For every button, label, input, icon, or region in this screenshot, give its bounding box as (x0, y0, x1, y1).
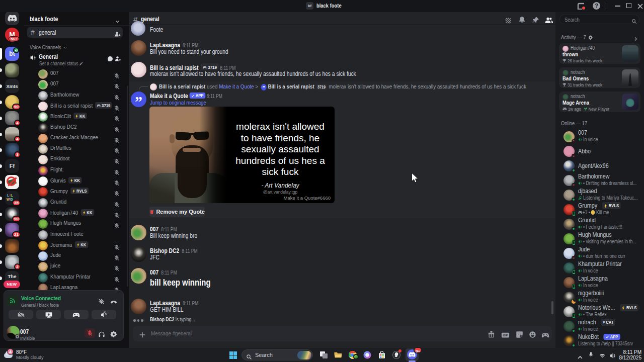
svg-text:GIF: GIF (503, 334, 508, 337)
